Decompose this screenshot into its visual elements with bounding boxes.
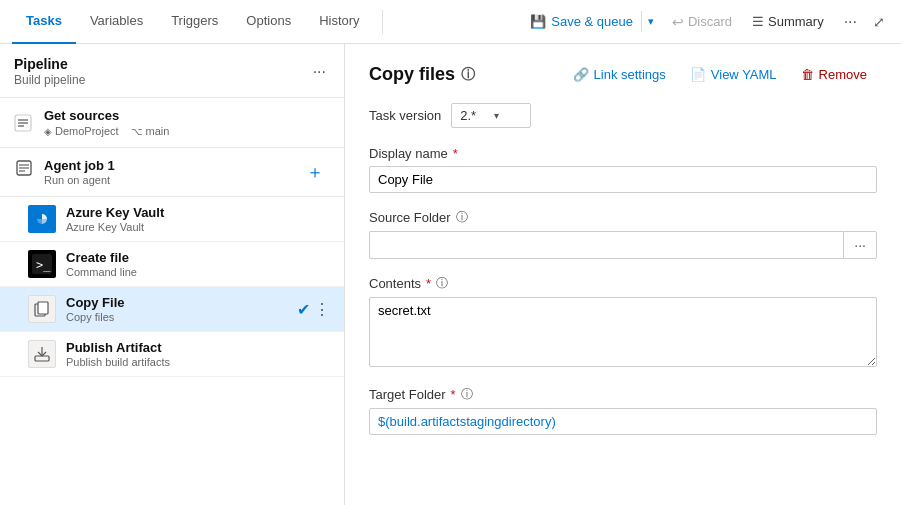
nav-tabs: Tasks Variables Triggers Options History — [12, 0, 374, 44]
summary-icon: ☰ — [752, 14, 764, 29]
source-folder-input[interactable] — [369, 231, 843, 259]
demo-project-meta: ◈ DemoProject — [44, 125, 119, 137]
task-check-icon: ✔ — [297, 300, 310, 319]
pipeline-sub: Build pipeline — [14, 73, 85, 87]
target-folder-label: Target Folder — [369, 387, 446, 402]
source-folder-label: Source Folder — [369, 210, 451, 225]
source-folder-info-icon[interactable]: ⓘ — [456, 209, 468, 226]
copy-file-sub: Copy files — [66, 311, 289, 323]
yaml-icon: 📄 — [690, 67, 706, 82]
create-file-icon: >_ — [28, 250, 56, 278]
create-file-sub: Command line — [66, 266, 330, 278]
publish-artifact-sub: Publish build artifacts — [66, 356, 330, 368]
project-icon: ◈ — [44, 126, 52, 137]
azure-key-vault-sub: Azure Key Vault — [66, 221, 330, 233]
target-folder-input[interactable] — [369, 408, 877, 435]
version-value: 2.* — [460, 108, 488, 123]
display-name-input[interactable] — [369, 166, 877, 193]
content-panel: Copy files ⓘ 🔗 Link settings 📄 View YAML… — [345, 44, 901, 505]
link-icon: 🔗 — [573, 67, 589, 82]
target-folder-info-icon[interactable]: ⓘ — [461, 386, 473, 403]
create-file-title: Create file — [66, 250, 330, 265]
copy-file-title: Copy File — [66, 295, 289, 310]
main-layout: Pipeline Build pipeline ··· Get sources — [0, 44, 901, 505]
display-name-label: Display name — [369, 146, 448, 161]
get-sources-title: Get sources — [44, 108, 330, 123]
remove-button[interactable]: 🗑 Remove — [791, 62, 877, 87]
contents-required: * — [426, 276, 431, 291]
publish-artifact-title: Publish Artifact — [66, 340, 330, 355]
agent-job-sub: Run on agent — [44, 174, 115, 186]
nav-actions: 💾 Save & queue ▾ ↩ Discard ☰ Summary ···… — [522, 9, 889, 35]
publish-artifact-icon — [28, 340, 56, 368]
more-options-button[interactable]: ··· — [836, 9, 865, 35]
undo-icon: ↩ — [672, 14, 684, 30]
top-nav: Tasks Variables Triggers Options History… — [0, 0, 901, 44]
display-name-group: Display name * — [369, 146, 877, 193]
nav-divider — [382, 10, 383, 34]
sidebar: Pipeline Build pipeline ··· Get sources — [0, 44, 345, 505]
copy-file-icon — [28, 295, 56, 323]
target-folder-required: * — [451, 387, 456, 402]
pipeline-header: Pipeline Build pipeline ··· — [0, 44, 344, 98]
agent-job-title: Agent job 1 — [44, 158, 115, 173]
panel-title-text: Copy files — [369, 64, 455, 85]
save-queue-button[interactable]: 💾 Save & queue ▾ — [522, 10, 660, 33]
contents-group: Contents * ⓘ secret.txt — [369, 275, 877, 370]
agent-job-row: Agent job 1 Run on agent ＋ — [0, 148, 344, 197]
add-task-button[interactable]: ＋ — [300, 158, 330, 186]
target-folder-group: Target Folder * ⓘ — [369, 386, 877, 435]
task-more-button[interactable]: ⋮ — [314, 300, 330, 319]
contents-input[interactable]: secret.txt — [369, 297, 877, 367]
remove-icon: 🗑 — [801, 67, 814, 82]
save-queue-caret[interactable]: ▾ — [641, 11, 660, 32]
task-item-azure-key-vault[interactable]: Azure Key Vault Azure Key Vault — [0, 197, 344, 242]
task-item-publish-artifact[interactable]: Publish Artifact Publish build artifacts — [0, 332, 344, 377]
discard-label: Discard — [688, 14, 732, 29]
contents-info-icon[interactable]: ⓘ — [436, 275, 448, 292]
source-folder-browse-button[interactable]: ··· — [843, 231, 877, 259]
pipeline-more-button[interactable]: ··· — [309, 61, 330, 83]
agent-job-icon — [14, 160, 34, 176]
tab-options[interactable]: Options — [232, 0, 305, 44]
branch-meta: ⌥ main — [131, 125, 170, 137]
panel-header: Copy files ⓘ 🔗 Link settings 📄 View YAML… — [369, 62, 877, 87]
view-yaml-button[interactable]: 📄 View YAML — [680, 62, 787, 87]
get-sources-icon — [14, 114, 34, 132]
tab-history[interactable]: History — [305, 0, 373, 44]
summary-button[interactable]: ☰ Summary — [744, 10, 832, 33]
summary-label: Summary — [768, 14, 824, 29]
contents-label: Contents — [369, 276, 421, 291]
pipeline-title: Pipeline — [14, 56, 85, 72]
discard-button[interactable]: ↩ Discard — [664, 10, 740, 34]
azure-key-vault-icon — [28, 205, 56, 233]
source-folder-group: Source Folder ⓘ ··· — [369, 209, 877, 259]
save-queue-label: Save & queue — [551, 14, 633, 29]
branch-icon: ⌥ — [131, 126, 143, 137]
task-version-select[interactable]: 2.* ▾ — [451, 103, 531, 128]
panel-info-icon[interactable]: ⓘ — [461, 66, 475, 84]
azure-key-vault-title: Azure Key Vault — [66, 205, 330, 220]
display-name-required: * — [453, 146, 458, 161]
svg-text:>_: >_ — [36, 258, 51, 272]
task-item-create-file[interactable]: >_ Create file Command line — [0, 242, 344, 287]
version-caret-icon: ▾ — [494, 110, 522, 121]
tab-triggers[interactable]: Triggers — [157, 0, 232, 44]
svg-rect-12 — [38, 302, 48, 314]
save-icon: 💾 — [530, 14, 546, 29]
tab-variables[interactable]: Variables — [76, 0, 157, 44]
task-item-copy-file[interactable]: Copy File Copy files ✔ ⋮ — [0, 287, 344, 332]
link-settings-button[interactable]: 🔗 Link settings — [563, 62, 676, 87]
task-version-label: Task version — [369, 108, 441, 123]
expand-button[interactable]: ⤢ — [869, 10, 889, 34]
task-version-row: Task version 2.* ▾ — [369, 103, 877, 128]
get-sources-row[interactable]: Get sources ◈ DemoProject ⌥ main — [0, 98, 344, 148]
tab-tasks[interactable]: Tasks — [12, 0, 76, 44]
